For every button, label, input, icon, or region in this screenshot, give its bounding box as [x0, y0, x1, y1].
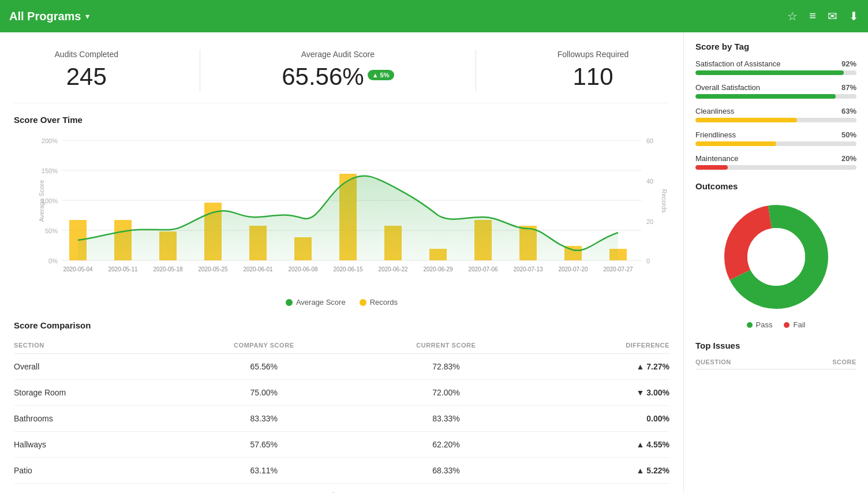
- outcomes-section: Outcomes Pass Fail: [695, 181, 856, 329]
- tag-header: Overall Satisfaction 87%: [695, 83, 856, 92]
- top-issues-title: Top Issues: [695, 341, 856, 350]
- col-company-score: COMPANY SCORE: [172, 337, 356, 354]
- donut-legend: Pass Fail: [747, 320, 806, 329]
- main-layout: Audits Completed 245 Average Audit Score…: [0, 32, 868, 493]
- row-current-score: 83.33%: [356, 406, 536, 432]
- average-audit-score-value: 65.56%: [282, 62, 364, 91]
- tag-bar-bg: [695, 141, 856, 146]
- avg-score-dot: [286, 299, 293, 306]
- score-chart-svg: 200% 150% 100% 50% 0% 60 40 20 0 Records…: [14, 132, 669, 282]
- score-by-tag-title: Score by Tag: [695, 42, 856, 51]
- table-row: Hallways 57.65% 62.20% ▲ 4.55%: [14, 432, 669, 458]
- chevron-down-icon[interactable]: ▾: [85, 12, 89, 21]
- download-icon[interactable]: ⬇: [849, 9, 859, 23]
- records-legend-label: Records: [370, 298, 398, 307]
- row-section: Bathrooms: [14, 406, 172, 432]
- app-title: All Programs: [9, 10, 81, 23]
- fail-label: Fail: [793, 320, 805, 329]
- row-difference: ▲ 7.27%: [537, 354, 669, 380]
- svg-text:0: 0: [646, 257, 650, 264]
- row-current-score: 72.83%: [356, 354, 536, 380]
- svg-text:0%: 0%: [48, 257, 58, 264]
- pass-label: Pass: [756, 320, 773, 329]
- stats-row: Audits Completed 245 Average Audit Score…: [14, 44, 669, 103]
- svg-text:200%: 200%: [42, 137, 58, 144]
- list-icon[interactable]: ≡: [809, 9, 816, 23]
- tag-bar-fill: [695, 118, 797, 122]
- top-issues-header: QUESTION SCORE: [695, 358, 856, 369]
- star-icon[interactable]: ☆: [787, 9, 798, 23]
- score-badge: ▲ 5%: [368, 70, 394, 80]
- tag-bar-bg: [695, 70, 856, 75]
- row-current-score: 62.20%: [356, 432, 536, 458]
- row-section: Hallways: [14, 432, 172, 458]
- svg-text:2020-05-25: 2020-05-25: [198, 266, 228, 272]
- row-difference: ▲ 4.55%: [537, 432, 669, 458]
- row-difference: 0.00%: [537, 406, 669, 432]
- svg-text:2020-07-13: 2020-07-13: [513, 266, 543, 272]
- tag-bar-bg: [695, 118, 856, 122]
- chart-legend: Average Score Records: [14, 298, 669, 307]
- score-comparison-section: Score Comparison SECTION COMPANY SCORE C…: [14, 320, 669, 493]
- tag-pct: 50%: [841, 130, 856, 139]
- row-section: Overall: [14, 354, 172, 380]
- svg-text:Records: Records: [661, 189, 668, 213]
- svg-text:40: 40: [646, 178, 653, 185]
- row-difference: ▼ 3.00%: [537, 380, 669, 406]
- svg-text:2020-06-29: 2020-06-29: [423, 266, 453, 272]
- svg-text:2020-06-22: 2020-06-22: [378, 266, 408, 272]
- tag-name: Maintenance: [695, 154, 738, 163]
- comparison-title: Score Comparison: [14, 320, 669, 330]
- tag-pct: 20%: [841, 154, 856, 163]
- tag-item: Overall Satisfaction 87%: [695, 83, 856, 99]
- top-issues-section: Top Issues QUESTION SCORE: [695, 341, 856, 369]
- right-panel: Score by Tag Satisfaction of Assistance …: [683, 32, 868, 493]
- tag-item: Satisfaction of Assistance 92%: [695, 59, 856, 75]
- tag-bar-bg: [695, 165, 856, 170]
- avg-score-legend: Average Score: [286, 298, 346, 307]
- table-row: Patio 63.11% 68.33% ▲ 5.22%: [14, 458, 669, 484]
- table-row: Storage Room 75.00% 72.00% ▼ 3.00%: [14, 380, 669, 406]
- row-section: Patio: [14, 458, 172, 484]
- view-more-row: ⌄ View More: [14, 484, 669, 493]
- records-dot: [360, 299, 366, 306]
- svg-point-44: [747, 228, 805, 286]
- row-current-score: 68.33%: [356, 458, 536, 484]
- row-company-score: 83.33%: [172, 406, 356, 432]
- col-current-score: CURRENT SCORE: [356, 337, 536, 354]
- header-left: All Programs ▾: [9, 10, 89, 23]
- row-company-score: 63.11%: [172, 458, 356, 484]
- outcomes-title: Outcomes: [695, 181, 856, 191]
- average-audit-score-stat: Average Audit Score 65.56% ▲ 5%: [282, 50, 394, 91]
- pass-dot: [747, 322, 753, 328]
- svg-text:Average Score: Average Score: [38, 180, 45, 222]
- tag-item: Maintenance 20%: [695, 154, 856, 170]
- tag-pct: 63%: [841, 107, 856, 115]
- mail-icon[interactable]: ✉: [828, 9, 837, 23]
- comparison-table: SECTION COMPANY SCORE CURRENT SCORE DIFF…: [14, 337, 669, 484]
- svg-text:2020-06-15: 2020-06-15: [333, 266, 363, 272]
- donut-wrapper: Pass Fail: [695, 199, 856, 329]
- svg-text:50%: 50%: [45, 227, 58, 234]
- tag-bar-fill: [695, 94, 836, 99]
- tag-pct: 87%: [841, 83, 856, 92]
- tag-pct: 92%: [841, 59, 856, 68]
- tag-bar-fill: [695, 165, 728, 170]
- header-icons: ☆ ≡ ✉ ⬇: [787, 9, 859, 23]
- audits-completed-stat: Audits Completed 245: [55, 50, 119, 91]
- svg-text:2020-05-04: 2020-05-04: [63, 266, 93, 272]
- tag-header: Cleanliness 63%: [695, 107, 856, 115]
- svg-text:2020-07-06: 2020-07-06: [468, 266, 498, 272]
- followups-required-value: 110: [558, 62, 629, 91]
- tag-bar-fill: [695, 141, 776, 146]
- tag-name: Satisfaction of Assistance: [695, 59, 780, 68]
- row-section: Storage Room: [14, 380, 172, 406]
- followups-required-stat: Followups Required 110: [558, 50, 629, 91]
- tags-container: Satisfaction of Assistance 92% Overall S…: [695, 59, 856, 170]
- table-row: Bathrooms 83.33% 83.33% 0.00%: [14, 406, 669, 432]
- svg-text:2020-07-27: 2020-07-27: [603, 266, 633, 272]
- chart-title: Score Over Time: [14, 115, 669, 125]
- score-col-header: SCORE: [832, 358, 856, 365]
- audits-completed-value: 245: [55, 62, 119, 91]
- tag-header: Friendliness 50%: [695, 130, 856, 139]
